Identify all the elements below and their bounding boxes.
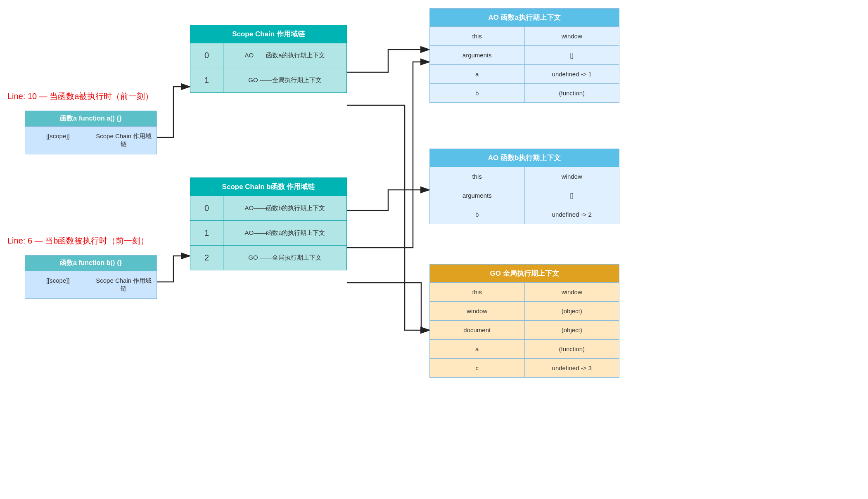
scope-chain-b-row-1: 1 AO——函数a的执行期上下文: [190, 220, 346, 245]
arrow-scope-b-1-to-ao-a: [347, 62, 429, 248]
go-box: GO 全局执行期上下文 this window window (object) …: [429, 264, 619, 378]
scope-chain-b-header: Scope Chain b函数 作用域链: [190, 178, 346, 196]
ao-b-row-2: b undefined -> 2: [430, 205, 619, 224]
scope-chain-b: Scope Chain b函数 作用域链 0 AO——函数b的执行期上下文 1 …: [190, 177, 347, 270]
go-val-2: (object): [525, 321, 619, 339]
scope-chain-b-val-0: AO——函数b的执行期上下文: [223, 199, 346, 218]
scope-chain-a-row-1: 1 GO ——全局执行期上下文: [190, 68, 346, 92]
ao-a-header: AO 函数a执行期上下文: [430, 9, 619, 26]
line-label-a: Line: 10 — 当函数a被执行时（前一刻）: [7, 91, 153, 102]
ao-a-row-0: this window: [430, 26, 619, 45]
arrow-scope-a-1-to-go: [347, 105, 429, 330]
ao-b-val-0: window: [525, 167, 619, 186]
scope-chain-a-header: Scope Chain 作用域链: [190, 25, 346, 43]
ao-a-val-2: undefined -> 1: [525, 65, 619, 83]
scope-chain-b-idx-2: 2: [190, 246, 223, 270]
ao-b-box: AO 函数b执行期上下文 this window arguments [] b …: [429, 149, 619, 224]
arrow-scope-b-0-to-ao-b: [347, 190, 429, 210]
go-row-2: document (object): [430, 320, 619, 339]
func-box-b: 函数a function b() {} [[scope]] Scope Chai…: [25, 255, 157, 299]
ao-b-key-2: b: [430, 205, 525, 224]
go-row-3: a (function): [430, 339, 619, 358]
arrow-scope-a-0-to-ao-a: [347, 50, 429, 72]
scope-chain-a-idx-0: 0: [190, 43, 223, 68]
go-key-2: document: [430, 321, 525, 339]
ao-a-key-1: arguments: [430, 46, 525, 64]
ao-b-val-1: []: [525, 186, 619, 205]
func-box-a-header: 函数a function a() {}: [25, 111, 157, 126]
ao-a-key-3: b: [430, 84, 525, 102]
func-box-b-val: Scope Chain 作用域链: [91, 271, 157, 298]
go-val-0: window: [525, 283, 619, 301]
func-box-a: 函数a function a() {} [[scope]] Scope Chai…: [25, 111, 157, 154]
ao-a-key-2: a: [430, 65, 525, 83]
line-label-b: Line: 6 — 当b函数被执行时（前一刻）: [7, 235, 149, 246]
go-key-1: window: [430, 302, 525, 320]
scope-chain-a: Scope Chain 作用域链 0 AO——函数a的执行期上下文 1 GO —…: [190, 25, 347, 93]
ao-b-row-1: arguments []: [430, 186, 619, 205]
go-row-1: window (object): [430, 301, 619, 320]
ao-a-box: AO 函数a执行期上下文 this window arguments [] a …: [429, 8, 619, 103]
go-val-1: (object): [525, 302, 619, 320]
ao-a-key-0: this: [430, 27, 525, 45]
ao-a-row-1: arguments []: [430, 45, 619, 64]
scope-chain-b-row-2: 2 GO ——全局执行期上下文: [190, 245, 346, 270]
go-key-0: this: [430, 283, 525, 301]
scope-chain-b-val-2: GO ——全局执行期上下文: [223, 248, 346, 267]
ao-b-header: AO 函数b执行期上下文: [430, 149, 619, 167]
func-box-b-key: [[scope]]: [25, 271, 91, 298]
arrow-func-b-to-scope-b: [157, 256, 190, 282]
ao-a-val-0: window: [525, 27, 619, 45]
func-box-b-header: 函数a function b() {}: [25, 255, 157, 271]
diagram-container: Line: 10 — 当函数a被执行时（前一刻） Line: 6 — 当b函数被…: [0, 0, 868, 499]
scope-chain-a-val-0: AO——函数a的执行期上下文: [223, 46, 346, 65]
ao-b-row-0: this window: [430, 167, 619, 186]
scope-chain-a-val-1: GO ——全局执行期上下文: [223, 71, 346, 90]
scope-chain-b-val-1: AO——函数a的执行期上下文: [223, 223, 346, 243]
scope-chain-a-row-0: 0 AO——函数a的执行期上下文: [190, 43, 346, 68]
arrow-scope-b-2-to-go: [347, 283, 429, 330]
scope-chain-a-idx-1: 1: [190, 68, 223, 92]
func-box-a-val: Scope Chain 作用域链: [91, 127, 157, 154]
scope-chain-b-row-0: 0 AO——函数b的执行期上下文: [190, 196, 346, 220]
go-row-4: c undefined -> 3: [430, 358, 619, 377]
ao-b-key-0: this: [430, 167, 525, 186]
ao-a-row-3: b (function): [430, 83, 619, 102]
ao-a-val-1: []: [525, 46, 619, 64]
func-box-a-key: [[scope]]: [25, 127, 91, 154]
go-row-0: this window: [430, 282, 619, 301]
go-val-4: undefined -> 3: [525, 359, 619, 377]
ao-a-val-3: (function): [525, 84, 619, 102]
scope-chain-b-idx-0: 0: [190, 196, 223, 220]
scope-chain-b-idx-1: 1: [190, 221, 223, 245]
go-key-3: a: [430, 340, 525, 358]
ao-a-row-2: a undefined -> 1: [430, 64, 619, 83]
go-header: GO 全局执行期上下文: [430, 265, 619, 282]
ao-b-key-1: arguments: [430, 186, 525, 205]
arrow-func-a-to-scope-a: [157, 87, 190, 137]
ao-b-val-2: undefined -> 2: [525, 205, 619, 224]
go-key-4: c: [430, 359, 525, 377]
go-val-3: (function): [525, 340, 619, 358]
